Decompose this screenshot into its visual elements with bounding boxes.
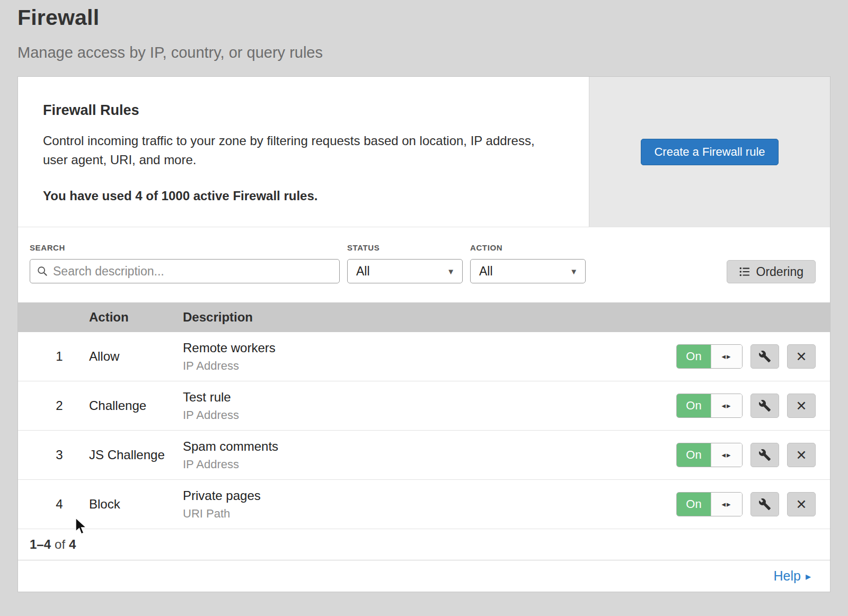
rules-card-description: Control incoming traffic to your zone by… xyxy=(43,131,546,169)
rule-description: Spam comments xyxy=(183,439,676,454)
rule-description-cell: Spam comments IP Address xyxy=(183,439,676,471)
chevron-down-icon: ▼ xyxy=(447,267,455,276)
ordering-button[interactable]: Ordering xyxy=(727,260,816,283)
rule-controls: On ◂▸ ✕ xyxy=(676,394,816,418)
pagination-total: 4 xyxy=(69,537,76,552)
status-select-value: All xyxy=(356,264,370,279)
action-label: ACTION xyxy=(470,243,586,252)
edit-rule-button[interactable] xyxy=(750,344,779,369)
table-row: 4 Block Private pages URI Path On ◂▸ ✕ xyxy=(18,480,830,529)
search-input[interactable] xyxy=(53,264,333,279)
toggle-on-label[interactable]: On xyxy=(677,493,711,516)
pagination: 1–4 of 4 xyxy=(18,529,830,560)
rule-toggle[interactable]: On ◂▸ xyxy=(676,492,743,516)
search-icon xyxy=(37,265,48,277)
help-label: Help xyxy=(774,568,801,584)
x-icon: ✕ xyxy=(796,350,807,363)
action-select[interactable]: All ▼ xyxy=(470,259,586,283)
pagination-range: 1–4 xyxy=(30,537,51,552)
table-row: 2 Challenge Test rule IP Address On ◂▸ ✕ xyxy=(18,381,830,431)
rule-action: JS Challenge xyxy=(89,448,183,462)
delete-rule-button[interactable]: ✕ xyxy=(787,443,816,467)
status-select[interactable]: All ▼ xyxy=(347,259,463,283)
rule-match-type: IP Address xyxy=(183,408,676,422)
edit-rule-button[interactable] xyxy=(750,443,779,467)
ordering-label: Ordering xyxy=(756,265,803,279)
rules-usage-text: You have used 4 of 1000 active Firewall … xyxy=(43,189,568,203)
wrench-icon xyxy=(758,399,771,412)
rule-match-type: IP Address xyxy=(183,458,676,471)
delete-rule-button[interactable]: ✕ xyxy=(787,492,816,516)
wrench-icon xyxy=(758,449,771,461)
help-arrow-icon: ▸ xyxy=(806,570,811,583)
status-filter-group: STATUS All ▼ xyxy=(347,243,463,283)
toggle-arrows-icon[interactable]: ◂▸ xyxy=(711,493,742,516)
rule-toggle[interactable]: On ◂▸ xyxy=(676,443,743,467)
rule-description-cell: Remote workers IP Address xyxy=(183,341,676,373)
chevron-down-icon: ▼ xyxy=(570,267,578,276)
rules-intro: Firewall Rules Control incoming traffic … xyxy=(18,77,589,227)
action-select-value: All xyxy=(479,264,493,279)
rule-controls: On ◂▸ ✕ xyxy=(676,492,816,516)
rule-toggle[interactable]: On ◂▸ xyxy=(676,344,743,369)
rule-controls: On ◂▸ ✕ xyxy=(676,443,816,467)
rule-description-cell: Private pages URI Path xyxy=(183,488,676,521)
toggle-on-label[interactable]: On xyxy=(677,345,711,368)
toggle-arrows-icon[interactable]: ◂▸ xyxy=(711,443,742,467)
x-icon: ✕ xyxy=(796,498,807,511)
table-header: Action Description xyxy=(18,302,830,332)
rule-match-type: URI Path xyxy=(183,507,676,521)
rule-description: Remote workers xyxy=(183,341,676,355)
rule-action: Block xyxy=(89,497,183,512)
edit-rule-button[interactable] xyxy=(750,394,779,418)
toggle-on-label[interactable]: On xyxy=(677,394,711,417)
help-row: Help ▸ xyxy=(18,560,830,592)
page-title: Firewall xyxy=(17,5,831,30)
rule-action: Allow xyxy=(89,349,183,364)
firewall-page: Firewall Manage access by IP, country, o… xyxy=(0,0,848,592)
rule-description: Private pages xyxy=(183,488,676,503)
rule-action: Challenge xyxy=(89,398,183,413)
card-header-section: Firewall Rules Control incoming traffic … xyxy=(18,77,830,227)
status-label: STATUS xyxy=(347,243,463,252)
toggle-arrows-icon[interactable]: ◂▸ xyxy=(711,394,742,417)
rule-number: 1 xyxy=(30,349,89,364)
x-icon: ✕ xyxy=(796,449,807,462)
wrench-icon xyxy=(758,498,771,511)
table-row: 3 JS Challenge Spam comments IP Address … xyxy=(18,431,830,480)
description-column-header: Description xyxy=(183,310,816,325)
table-row: 1 Allow Remote workers IP Address On ◂▸ … xyxy=(18,332,830,381)
rule-toggle[interactable]: On ◂▸ xyxy=(676,394,743,418)
rule-description: Test rule xyxy=(183,390,676,405)
action-column-header: Action xyxy=(89,310,183,325)
toggle-arrows-icon[interactable]: ◂▸ xyxy=(711,345,742,368)
delete-rule-button[interactable]: ✕ xyxy=(787,394,816,418)
pagination-of: of xyxy=(55,537,65,552)
rule-match-type: IP Address xyxy=(183,359,676,373)
rule-controls: On ◂▸ ✕ xyxy=(676,344,816,369)
help-link[interactable]: Help ▸ xyxy=(774,568,811,584)
rules-card-title: Firewall Rules xyxy=(43,102,568,119)
rule-description-cell: Test rule IP Address xyxy=(183,390,676,422)
create-rule-panel: Create a Firewall rule xyxy=(589,77,830,227)
rule-number: 2 xyxy=(30,398,89,413)
toggle-on-label[interactable]: On xyxy=(677,443,711,467)
filters-bar: SEARCH STATUS All ▼ ACTION All xyxy=(18,227,830,302)
edit-rule-button[interactable] xyxy=(750,492,779,516)
page-subtitle: Manage access by IP, country, or query r… xyxy=(17,44,831,61)
create-firewall-rule-button[interactable]: Create a Firewall rule xyxy=(641,139,778,165)
firewall-rules-card: Firewall Rules Control incoming traffic … xyxy=(17,76,831,592)
x-icon: ✕ xyxy=(796,399,807,413)
search-filter-group: SEARCH xyxy=(30,243,340,283)
rule-number: 3 xyxy=(30,448,89,462)
search-label: SEARCH xyxy=(30,243,340,252)
search-box[interactable] xyxy=(30,259,340,283)
wrench-icon xyxy=(758,350,771,363)
ordering-list-icon xyxy=(739,266,750,278)
rule-number: 4 xyxy=(30,497,89,512)
delete-rule-button[interactable]: ✕ xyxy=(787,344,816,369)
action-filter-group: ACTION All ▼ xyxy=(470,243,586,283)
